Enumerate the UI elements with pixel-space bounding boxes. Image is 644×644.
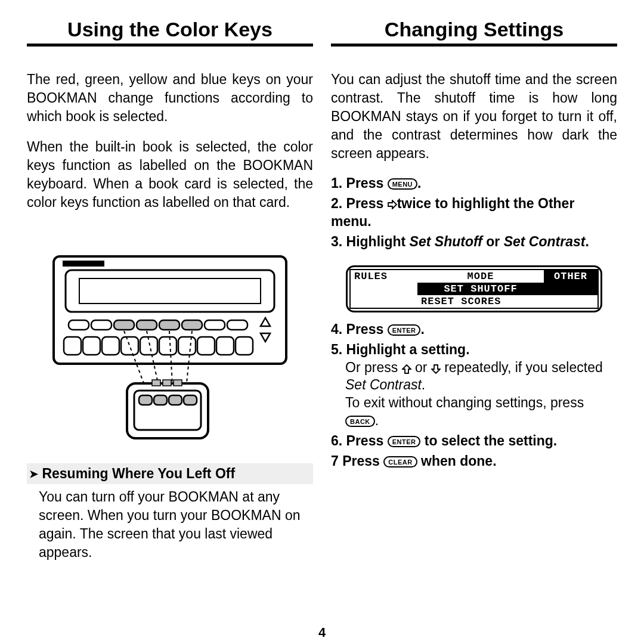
step-5-body2-a: To exit without changing settings, press: [345, 395, 584, 410]
svg-rect-0: [54, 256, 286, 364]
step-3-d: Set Contrast: [504, 234, 586, 249]
svg-rect-11: [227, 320, 247, 330]
step-5-body-c: repeatedly, if you selected: [441, 360, 603, 375]
svg-rect-2: [66, 270, 274, 312]
svg-rect-10: [205, 320, 225, 330]
step-7-b: when done.: [417, 453, 497, 469]
menu-button-icon: MENU: [388, 178, 417, 190]
step-1: 1. Press MENU.: [331, 175, 617, 193]
callout-title-text: Resuming Where You Left Off: [42, 466, 235, 481]
step-5-body2-b: .: [375, 413, 379, 428]
step-5-title: 5. Highlight a setting.: [331, 341, 617, 359]
right-rule: [331, 44, 617, 47]
steps-list: 1. Press MENU. 2. Press twice to highlig…: [331, 175, 617, 253]
svg-rect-36: [184, 395, 197, 405]
svg-rect-34: [154, 395, 167, 405]
svg-rect-15: [83, 337, 100, 355]
step-4-b: .: [420, 321, 424, 337]
svg-rect-20: [178, 337, 196, 355]
step-1-text: 1. Press: [331, 175, 388, 191]
step-3-c: or: [482, 234, 504, 249]
back-button-icon: BACK: [345, 416, 375, 427]
screen-blank3: [351, 295, 417, 308]
svg-rect-31: [163, 380, 171, 386]
svg-rect-17: [121, 337, 138, 355]
screen-tab-rules: RULES: [351, 270, 417, 283]
screen-blank1: [351, 283, 417, 295]
step-7-a: 7 Press: [331, 453, 383, 469]
left-rule: [27, 44, 313, 47]
triangle-icon: ➤: [29, 468, 38, 480]
svg-rect-33: [139, 395, 152, 405]
enter-button-icon-2: ENTER: [388, 436, 421, 447]
left-column: Using the Color Keys The red, green, yel…: [27, 18, 313, 638]
svg-rect-1: [63, 261, 104, 267]
screen-item-reset: RESET SCORES: [417, 295, 555, 308]
svg-rect-3: [79, 278, 261, 304]
step-6-b: to select the setting.: [420, 433, 557, 448]
lcd-screen-mock: RULES MODE OTHER SET SHUTOFF RESET SCORE…: [346, 265, 602, 312]
step-7: 7 Press CLEAR when done.: [331, 453, 617, 470]
step-5-body-d: Set Contrast: [345, 377, 422, 392]
svg-marker-13: [261, 333, 270, 342]
page-number: 4: [0, 625, 644, 640]
screen-tab-other: OTHER: [544, 270, 597, 283]
svg-rect-9: [182, 320, 202, 330]
svg-rect-7: [137, 320, 157, 330]
svg-rect-23: [236, 337, 253, 355]
svg-rect-30: [152, 380, 160, 386]
step-6: 6. Press ENTER to select the setting.: [331, 432, 617, 450]
svg-rect-6: [114, 320, 134, 330]
screen-blank4: [555, 295, 597, 308]
svg-rect-5: [91, 320, 112, 330]
svg-rect-16: [102, 337, 119, 355]
arrow-right-icon: [388, 196, 397, 214]
step-5: 5. Highlight a setting. Or press or repe…: [331, 341, 617, 430]
svg-rect-8: [159, 320, 179, 330]
svg-rect-14: [64, 337, 81, 355]
step-4-a: 4. Press: [331, 321, 388, 337]
step-3-a: 3. Highlight: [331, 234, 410, 249]
step-4: 4. Press ENTER.: [331, 321, 617, 339]
left-p1: The red, green, yellow and blue keys on …: [27, 70, 313, 126]
screen-blank2: [544, 283, 597, 295]
left-title: Using the Color Keys: [27, 18, 313, 41]
step-1-dot: .: [417, 175, 421, 191]
step-3-b: Set Shutoff: [410, 234, 482, 249]
screen-tab-mode: MODE: [417, 270, 544, 283]
svg-rect-35: [169, 395, 182, 405]
callout-body: You can turn off your BOOKMAN at any scr…: [27, 488, 313, 562]
step-5-body-a: Or press: [345, 360, 402, 375]
right-title: Changing Settings: [331, 18, 617, 41]
svg-rect-21: [197, 337, 215, 355]
step-3-e: .: [585, 234, 589, 249]
step-3: 3. Highlight Set Shutoff or Set Contrast…: [331, 233, 617, 251]
arrow-down-icon: [431, 361, 441, 379]
callout-title: ➤ Resuming Where You Left Off: [27, 463, 313, 484]
svg-marker-12: [261, 318, 270, 326]
right-column: Changing Settings You can adjust the shu…: [331, 18, 617, 638]
left-p2: When the built-in book is selected, the …: [27, 138, 313, 212]
steps-list-2: 4. Press ENTER. 5. Highlight a setting. …: [331, 321, 617, 473]
step-2-text-a: 2. Press: [331, 196, 388, 211]
svg-rect-4: [69, 320, 89, 330]
step-5-body-b: or: [411, 360, 431, 375]
enter-button-icon: ENTER: [388, 324, 421, 336]
right-intro: You can adjust the shutoff time and the …: [331, 70, 617, 163]
svg-rect-22: [216, 337, 234, 355]
step-2: 2. Press twice to highlight the Other me…: [331, 195, 617, 231]
arrow-up-icon: [402, 361, 411, 379]
svg-rect-32: [174, 380, 182, 386]
svg-rect-19: [159, 337, 177, 355]
clear-button-icon: CLEAR: [383, 456, 417, 467]
screen-item-shutoff: SET SHUTOFF: [417, 283, 544, 295]
device-illustration: [27, 253, 313, 450]
step-5-body-e: .: [422, 377, 425, 392]
step-6-a: 6. Press: [331, 433, 388, 448]
